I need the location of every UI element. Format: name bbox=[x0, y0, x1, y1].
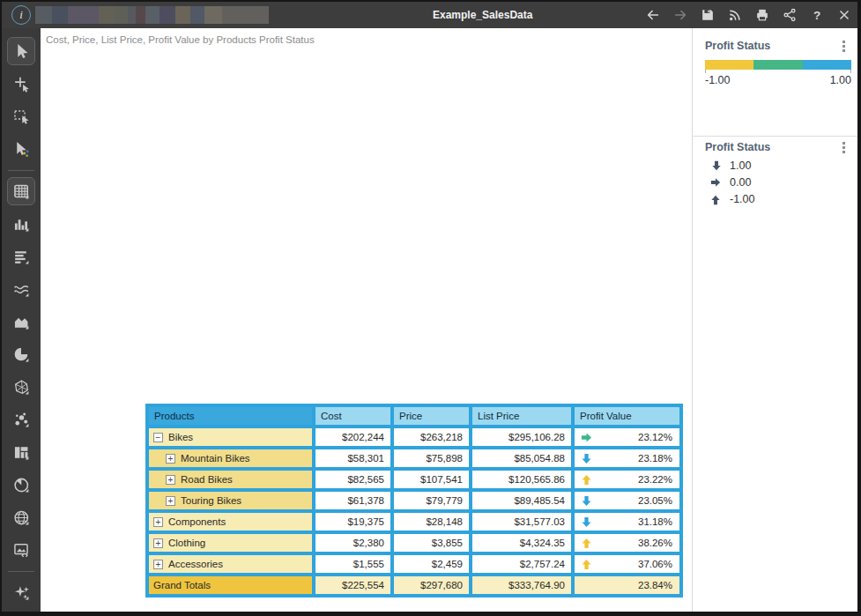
info-icon[interactable]: i bbox=[11, 5, 31, 25]
row-label-cell[interactable]: +Mountain Bikes bbox=[149, 449, 312, 467]
tool-pie-chart-icon[interactable] bbox=[7, 340, 35, 368]
value-cell-cost[interactable]: $1,555 bbox=[315, 555, 390, 573]
down-arrow-icon bbox=[710, 160, 722, 172]
row-label-cell[interactable]: −Bikes bbox=[149, 428, 312, 446]
value-cell-list_price[interactable]: $120,565.86 bbox=[472, 471, 571, 488]
expand-icon[interactable]: + bbox=[166, 496, 175, 506]
tool-ai-assistant-icon[interactable] bbox=[7, 578, 35, 606]
kebab-menu-icon[interactable] bbox=[837, 39, 850, 53]
column-header-list-price[interactable]: List Price bbox=[472, 407, 571, 425]
tool-marking-select-icon[interactable] bbox=[7, 135, 35, 163]
back-icon[interactable] bbox=[644, 7, 661, 24]
tool-horizontal-bar-chart-icon[interactable] bbox=[7, 242, 35, 271]
legend-item[interactable]: 1.00 bbox=[710, 160, 755, 172]
tool-lasso-select-icon[interactable] bbox=[7, 102, 35, 130]
value-cell-price[interactable]: $3,855 bbox=[394, 534, 469, 552]
legend-item[interactable]: -1.00 bbox=[710, 193, 755, 205]
print-icon[interactable] bbox=[753, 7, 770, 24]
value-cell-list_price[interactable]: $4,324.35 bbox=[472, 534, 571, 552]
redacted-menu-item[interactable] bbox=[145, 6, 160, 24]
help-icon[interactable]: ? bbox=[808, 7, 825, 24]
value-cell-profit[interactable]: 23.18% bbox=[575, 449, 679, 467]
column-header-profit-value[interactable]: Profit Value bbox=[575, 407, 679, 425]
value-cell-cost[interactable]: $61,378 bbox=[315, 492, 390, 509]
tool-map-chart-icon[interactable] bbox=[7, 503, 35, 531]
tool-cross-table-icon[interactable] bbox=[7, 177, 35, 205]
value-cell-price[interactable]: $75,898 bbox=[394, 449, 469, 467]
tool-line-chart-icon[interactable] bbox=[7, 275, 35, 303]
broadcast-icon[interactable] bbox=[726, 7, 743, 24]
value-cell-profit[interactable]: 31.18% bbox=[575, 513, 679, 531]
value-cell-profit[interactable]: 37.06% bbox=[575, 555, 679, 573]
row-label-cell[interactable]: Grand Totals bbox=[149, 576, 312, 594]
expand-icon[interactable]: + bbox=[153, 560, 163, 569]
tool-crosshair-select-icon[interactable] bbox=[7, 70, 35, 98]
value-cell-price[interactable]: $79,779 bbox=[394, 492, 469, 509]
tool-bar-chart-icon[interactable] bbox=[7, 210, 35, 238]
tool-treemap-icon[interactable] bbox=[7, 438, 35, 466]
redacted-menu-item[interactable] bbox=[222, 6, 269, 24]
value-cell-price[interactable]: $28,148 bbox=[394, 513, 469, 531]
row-label-cell[interactable]: +Touring Bikes bbox=[149, 492, 312, 509]
value-cell-profit[interactable]: 23.05% bbox=[575, 492, 679, 509]
value-cell-profit[interactable]: 23.84% bbox=[575, 576, 679, 594]
value-cell-profit[interactable]: 23.12% bbox=[575, 428, 679, 446]
value-cell-profit[interactable]: 38.26% bbox=[575, 534, 679, 552]
titlebar: i Example_SalesData ? bbox=[2, 2, 857, 28]
redacted-menu-item[interactable] bbox=[136, 6, 145, 24]
value-cell-list_price[interactable]: $85,054.88 bbox=[472, 449, 571, 467]
product-label: Mountain Bikes bbox=[181, 453, 250, 464]
value-cell-price[interactable]: $263,218 bbox=[394, 428, 469, 446]
expand-icon[interactable]: + bbox=[153, 538, 163, 548]
value-cell-list_price[interactable]: $333,764.90 bbox=[472, 576, 571, 594]
close-icon[interactable] bbox=[835, 7, 852, 24]
redacted-menu-item[interactable] bbox=[52, 6, 68, 24]
value-cell-price[interactable]: $2,459 bbox=[394, 555, 469, 573]
value-cell-cost[interactable]: $82,565 bbox=[315, 471, 390, 488]
column-header-price[interactable]: Price bbox=[394, 407, 469, 425]
row-label-cell[interactable]: +Accessories bbox=[149, 555, 312, 573]
tool-area-chart-icon[interactable] bbox=[7, 308, 35, 336]
down-arrow-icon bbox=[581, 453, 592, 464]
redacted-menu-item[interactable] bbox=[68, 6, 99, 24]
value-cell-list_price[interactable]: $295,106.28 bbox=[472, 428, 571, 446]
tool-radar-chart-icon[interactable] bbox=[7, 373, 35, 401]
value-cell-profit[interactable]: 23.22% bbox=[575, 471, 679, 488]
value-cell-price[interactable]: $107,541 bbox=[394, 471, 469, 488]
redacted-menu-item[interactable] bbox=[115, 6, 128, 24]
redacted-menu-item[interactable] bbox=[204, 6, 222, 24]
kebab-menu-icon[interactable] bbox=[837, 140, 850, 154]
value-cell-cost[interactable]: $2,380 bbox=[315, 534, 390, 552]
expand-icon[interactable]: + bbox=[166, 475, 175, 485]
legend-item[interactable]: 0.00 bbox=[710, 176, 755, 189]
redacted-menu-item[interactable] bbox=[35, 6, 52, 24]
value-cell-list_price[interactable]: $31,577.03 bbox=[472, 513, 571, 531]
redacted-menu-item[interactable] bbox=[190, 6, 204, 24]
value-cell-list_price[interactable]: $89,485.54 bbox=[472, 492, 571, 509]
column-header-cost[interactable]: Cost bbox=[315, 407, 390, 425]
redacted-menu-item[interactable] bbox=[175, 6, 190, 24]
value-cell-list_price[interactable]: $2,757.24 bbox=[472, 555, 571, 573]
value-cell-cost[interactable]: $19,375 bbox=[315, 513, 390, 531]
collapse-icon[interactable]: − bbox=[153, 433, 163, 442]
expand-icon[interactable]: + bbox=[153, 517, 163, 527]
forward-icon[interactable] bbox=[672, 7, 688, 24]
save-icon[interactable] bbox=[699, 7, 716, 24]
redacted-menu-item[interactable] bbox=[128, 6, 136, 24]
column-header-products[interactable]: Products bbox=[149, 407, 312, 425]
tool-image-widget-icon[interactable] bbox=[7, 536, 35, 564]
tool-gauge-chart-icon[interactable] bbox=[7, 471, 35, 499]
redacted-menu-item[interactable] bbox=[99, 6, 115, 24]
tool-pointer-select-icon[interactable] bbox=[7, 37, 35, 65]
share-icon[interactable] bbox=[781, 7, 798, 24]
value-cell-cost[interactable]: $225,554 bbox=[315, 576, 390, 594]
value-cell-price[interactable]: $297,680 bbox=[394, 576, 469, 594]
expand-icon[interactable]: + bbox=[166, 454, 175, 464]
value-cell-cost[interactable]: $202,244 bbox=[315, 428, 390, 446]
row-label-cell[interactable]: +Clothing bbox=[149, 534, 312, 552]
redacted-menu-item[interactable] bbox=[160, 6, 175, 24]
tool-scatter-plot-icon[interactable] bbox=[7, 405, 35, 434]
row-label-cell[interactable]: +Components bbox=[149, 513, 312, 531]
value-cell-cost[interactable]: $58,301 bbox=[315, 449, 390, 467]
row-label-cell[interactable]: +Road Bikes bbox=[149, 471, 312, 488]
